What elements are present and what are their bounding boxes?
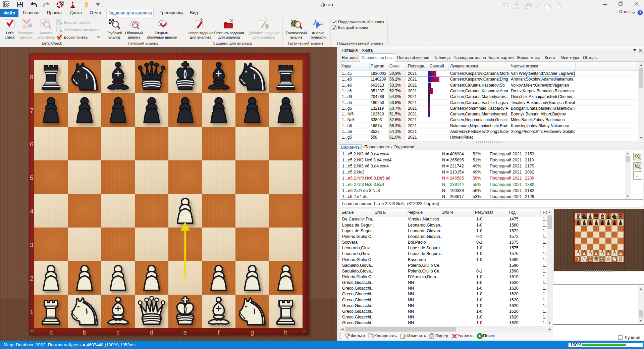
svg-text:?: ? [639,11,641,15]
